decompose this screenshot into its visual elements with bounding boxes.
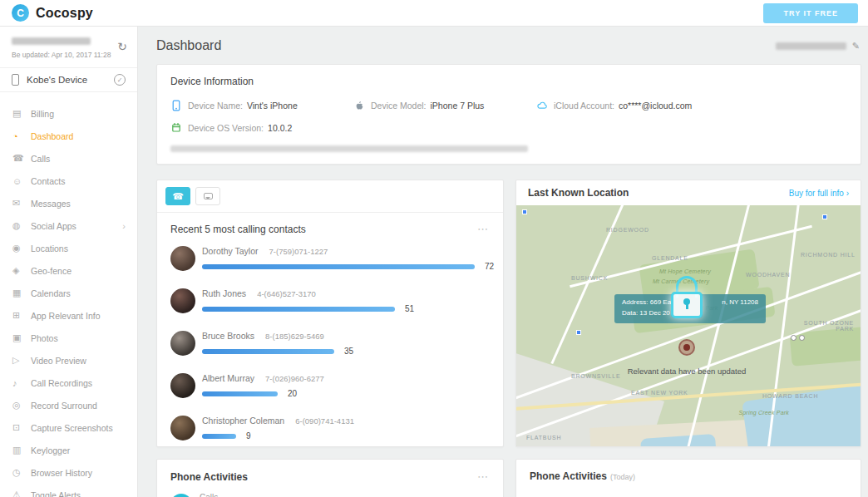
sidebar-item-call-recordings[interactable]: ♪Call Recordings (0, 372, 137, 394)
sidebar-item-capture-screenshots[interactable]: ⊡Capture Screenshots (0, 416, 137, 439)
contacts-card-tabs: ☎ (157, 180, 503, 213)
contact-row: Ruth Jones4-(646)527-3170 51 (157, 280, 503, 322)
account-email-blurred (776, 42, 846, 50)
record-surround-icon: ◎ (12, 400, 31, 411)
map-label: Spring Creek Park (737, 410, 789, 416)
avatar (170, 246, 195, 271)
call-count-bar (202, 349, 334, 354)
call-count-bar (202, 307, 395, 312)
device-phone-icon (12, 74, 19, 86)
map-marker (522, 209, 527, 214)
device-info-note-blurred (170, 145, 528, 152)
chat-bubble-icon (204, 193, 213, 199)
toggle-alerts-icon: ⚠ (12, 490, 31, 497)
browser-history-icon: ◷ (12, 467, 31, 478)
map-label: EAST NEW YORK (631, 390, 688, 396)
keylogger-icon: ▥ (12, 445, 31, 455)
account-name-blurred (12, 37, 91, 45)
sidebar-item-calendars[interactable]: ▦Calendars (0, 282, 137, 304)
call-recordings-icon: ♪ (12, 378, 31, 388)
chevron-right-icon: › (122, 221, 126, 231)
device-name: Kobe's Device (27, 75, 87, 85)
street-view-icon (799, 335, 805, 341)
contacts-icon: ☺ (12, 176, 31, 186)
contacts-list-title: Recent 5 most calling contacts (170, 224, 306, 235)
tab-messages[interactable] (195, 187, 220, 205)
sidebar-item-social-apps[interactable]: ◍Social Apps› (0, 214, 137, 237)
call-count-bar (202, 264, 475, 269)
phone-icon: ☎ (172, 191, 184, 202)
call-count-bar (202, 391, 278, 396)
sidebar-item-messages[interactable]: ✉Messages (0, 192, 137, 214)
map-label: RICHMOND HILL (801, 252, 856, 258)
page-title: Dashboard (156, 38, 221, 53)
map-label: Mt Hope Cemetery (659, 268, 711, 274)
activity-row-calls: ☎ Calls 156 (157, 490, 503, 497)
location-card-title: Last Known Location (528, 187, 629, 199)
avatar (170, 416, 195, 440)
calls-circle-icon: ☎ (170, 494, 192, 497)
social-apps-icon: ◍ (12, 220, 31, 231)
sidebar-item-geo-fence[interactable]: ◈Geo-fence (0, 259, 137, 282)
field-device-model: Device Model: iPhone 7 Plus (353, 100, 536, 111)
sidebar-item-toggle-alerts[interactable]: ⚠Toggle Alerts (0, 484, 137, 497)
photos-icon: ▣ (12, 332, 31, 343)
cloud-icon (536, 100, 548, 111)
sidebar-item-record-surround[interactable]: ◎Record Surround (0, 394, 137, 416)
more-menu-icon[interactable]: ⋯ (477, 223, 490, 235)
sidebar-item-dashboard[interactable]: ◔Dashboard (0, 125, 137, 147)
billing-icon: ▤ (12, 108, 31, 119)
contacts-list: Dorothy Taylor7-(759)071-1227 72 Ruth Jo… (157, 238, 503, 447)
field-icloud-account: iCloud Account: co****@icloud.com (536, 100, 692, 111)
device-check-icon: ✓ (114, 74, 126, 86)
field-device-name: Device Name: Vint's iPhone (170, 100, 353, 111)
top-bar: C Cocospy TRY IT FREE (0, 0, 868, 27)
more-menu-icon[interactable]: ⋯ (477, 470, 490, 483)
contact-row: Bruce Brooks8-(185)629-5469 35 (157, 322, 503, 365)
sidebar-item-keylogger[interactable]: ▥Keylogger (0, 439, 137, 461)
field-os-version: Device OS Version: 10.0.2 (170, 122, 292, 134)
calendar-icon (170, 122, 182, 134)
contact-row: Christopher Coleman6-(090)741-4131 9 (157, 407, 503, 447)
chevron-right-icon: › (846, 189, 849, 198)
dashboard-icon: ◔ (12, 131, 31, 141)
sidebar-item-browser-history[interactable]: ◷Browser History (0, 461, 137, 484)
sidebar-item-photos[interactable]: ▣Photos (0, 327, 137, 349)
edit-icon[interactable]: ✎ (852, 41, 860, 52)
map-label: BUSHWICK (571, 275, 608, 281)
refresh-icon[interactable]: ↻ (117, 40, 127, 53)
map-label: HOWARD BEACH (762, 393, 818, 399)
cocospy-logo-icon: C (12, 4, 29, 22)
calendars-icon: ▦ (12, 288, 31, 298)
device-information-card: Device Information Device Name: Vint's i… (156, 64, 861, 165)
tab-calls[interactable]: ☎ (165, 187, 190, 205)
video-preview-icon: ▷ (12, 355, 31, 366)
locations-icon: ◉ (12, 243, 31, 253)
sidebar-item-contacts[interactable]: ☺Contacts (0, 170, 137, 192)
sidebar-account: Be updated: Apr 10, 2017 11:28 ↻ (0, 27, 137, 68)
device-selector[interactable]: Kobe's Device ✓ (0, 68, 137, 92)
phone-activities-title: Phone Activities (170, 471, 248, 483)
sidebar-item-calls[interactable]: ☎Calls (0, 147, 137, 170)
contact-row: Dorothy Taylor7-(759)071-1227 72 (157, 238, 503, 280)
try-it-free-button[interactable]: TRY IT FREE (763, 3, 858, 23)
map-marker (822, 214, 827, 219)
buy-full-info-link[interactable]: Buy for full info › (789, 189, 849, 198)
avatar (170, 331, 195, 356)
sidebar: Be updated: Apr 10, 2017 11:28 ↻ Kobe's … (0, 27, 138, 497)
map-marker (576, 330, 581, 335)
sidebar-item-video-preview[interactable]: ▷Video Preview (0, 349, 137, 372)
sidebar-item-app-relevant-info[interactable]: ⊞App Relevant Info (0, 304, 137, 327)
map-label: RIDGEWOOD (606, 227, 649, 233)
last-known-location-card: Last Known Location Buy for full info › (515, 180, 861, 447)
sidebar-item-locations[interactable]: ◉Locations (0, 237, 137, 259)
last-updated-text: Be updated: Apr 10, 2017 11:28 (12, 51, 126, 59)
brand-name: Cocospy (36, 6, 93, 21)
calls-icon: ☎ (12, 153, 31, 164)
sidebar-item-billing[interactable]: ▤Billing (0, 102, 137, 125)
location-map[interactable]: RIDGEWOOD GLENDALE BUSHWICK Mt Hope Ceme… (516, 205, 861, 446)
phone-activities-today-card: Phone Activities(Today) (515, 459, 861, 497)
avatar (170, 288, 195, 313)
map-label: FLATBUSH (526, 435, 561, 440)
app-info-icon: ⊞ (12, 310, 31, 321)
